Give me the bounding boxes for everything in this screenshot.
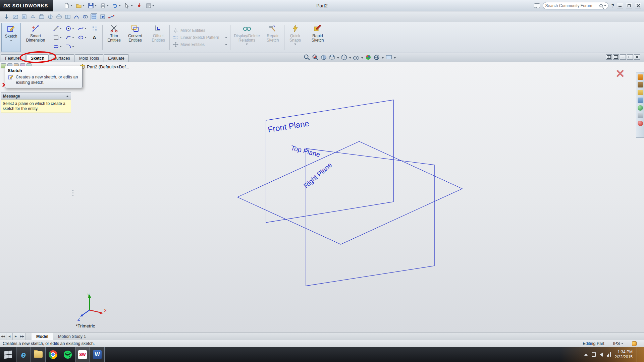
restore-button[interactable] (626, 3, 632, 8)
undo-button[interactable] (111, 2, 122, 9)
zoom-area-button[interactable] (312, 54, 319, 62)
rectangle-caret-icon[interactable] (60, 37, 62, 38)
tab-sketch[interactable]: Sketch (26, 54, 49, 62)
view-tool-2-icon[interactable] (21, 13, 28, 20)
feature-tree-root-label[interactable]: Part2 (Default<<Def... (87, 64, 129, 69)
view-settings-caret-icon[interactable] (394, 57, 396, 59)
zoom-fit-button[interactable] (304, 54, 310, 62)
view-tool-4-icon[interactable] (38, 13, 45, 20)
smart-dimension-button[interactable]: Smart Dimension (23, 23, 48, 52)
search-caret-icon[interactable] (604, 5, 606, 6)
view-tool-7-icon[interactable] (64, 13, 71, 20)
move-entities-button[interactable]: Move Entities (173, 42, 227, 48)
convert-entities-button[interactable]: Convert Entities (124, 23, 146, 52)
tray-network-icon[interactable] (607, 352, 611, 357)
top-plane-label[interactable]: Top Plane (290, 144, 321, 159)
sketch-flyout-caret-icon[interactable] (10, 40, 12, 41)
view-tool-6-icon[interactable] (56, 13, 62, 20)
view-tool-9-icon[interactable] (82, 13, 89, 20)
tab-mold-tools[interactable]: Mold Tools (75, 54, 104, 62)
doc-minimize-button[interactable] (620, 54, 626, 60)
pin-toolbar-icon[interactable] (3, 13, 10, 20)
view-tool-3-icon[interactable] (30, 13, 36, 20)
spline-caret-icon[interactable] (85, 28, 87, 29)
arc-tool[interactable] (63, 35, 76, 41)
apply-scene-button[interactable] (373, 54, 380, 62)
taskbar-spotify-button[interactable] (60, 347, 75, 362)
view-tool-8-icon[interactable] (73, 13, 80, 20)
community-search[interactable] (543, 2, 608, 9)
view-orientation-caret-icon[interactable] (337, 57, 339, 59)
view-tool-11-icon[interactable] (99, 13, 106, 20)
text-tool[interactable]: A (88, 35, 101, 40)
tab-features[interactable]: Features (1, 54, 26, 62)
save-button[interactable] (87, 2, 98, 9)
collapse-chevron-icon[interactable] (66, 96, 69, 97)
tray-device-icon[interactable] (592, 352, 596, 357)
fillet-tool[interactable] (63, 44, 76, 50)
taskbar-libraries-button[interactable] (31, 347, 46, 362)
quick-snaps-caret-icon[interactable] (294, 44, 296, 45)
message-panel-header[interactable]: Message (1, 93, 71, 100)
view-tool-10-icon[interactable] (91, 13, 97, 20)
split-horizontal-button[interactable] (606, 54, 612, 60)
help-button[interactable]: ? (611, 3, 614, 8)
file-explorer-icon[interactable] (638, 90, 643, 95)
measure-button[interactable] (135, 2, 143, 9)
apply-scene-caret-icon[interactable] (382, 57, 384, 59)
ellipse-tool[interactable] (76, 35, 88, 41)
next-tab-button[interactable]: ▶ (13, 333, 19, 340)
options-button[interactable] (145, 2, 155, 9)
tab-motion-study[interactable]: Motion Study 1 (53, 333, 91, 340)
slot-caret-icon[interactable] (60, 46, 62, 47)
section-view-button[interactable] (320, 54, 327, 62)
offset-entities-button[interactable]: Offset Entities (148, 23, 168, 52)
doc-restore-button[interactable] (627, 54, 633, 60)
feature-tree-root[interactable]: Part2 (Default<<Def... (80, 64, 129, 69)
mirror-entities-button[interactable]: Mirror Entities (173, 27, 227, 34)
rapid-sketch-button[interactable]: Rapid Sketch (307, 23, 328, 52)
tab-surfaces[interactable]: Surfaces (49, 54, 74, 62)
fillet-caret-icon[interactable] (72, 46, 74, 47)
edit-appearance-button[interactable] (365, 54, 372, 62)
tray-expand-icon[interactable] (584, 354, 588, 356)
hide-show-caret-icon[interactable] (361, 57, 363, 59)
community-search-input[interactable] (545, 3, 598, 8)
start-button[interactable] (0, 347, 16, 362)
view-palette-icon[interactable] (638, 98, 643, 103)
taskbar-chrome-button[interactable] (46, 347, 60, 362)
open-button[interactable] (75, 2, 86, 9)
graphics-area[interactable]: Front Plane Top Plane Right Plane Part2 … (0, 62, 644, 333)
forum-icon[interactable] (638, 121, 643, 126)
last-tab-button[interactable]: ▶▶ (19, 333, 25, 340)
display-delete-caret-icon[interactable] (246, 44, 248, 45)
view-tool-12-icon[interactable] (108, 13, 115, 20)
front-plane-label[interactable]: Front Plane (267, 119, 310, 134)
linear-sketch-pattern-button[interactable]: Linear Sketch Pattern (173, 35, 227, 41)
taskbar-ie-button[interactable]: e (16, 347, 31, 362)
sketch-picture-tool[interactable] (88, 25, 101, 32)
line-caret-icon[interactable] (60, 28, 62, 29)
taskbar-word-button[interactable]: W (90, 347, 105, 362)
community-bubble-icon[interactable] (534, 3, 540, 8)
tab-model[interactable]: Model (32, 333, 53, 340)
rectangle-tool[interactable] (51, 35, 63, 41)
minimize-button[interactable] (617, 3, 623, 8)
select-button[interactable] (123, 2, 134, 9)
taskbar-clock[interactable]: 1:34 PM 2/22/2015 (615, 350, 633, 360)
view-orientation-button[interactable] (329, 54, 335, 62)
repair-sketch-button[interactable]: Repair Sketch (262, 23, 283, 52)
linear-pattern-caret-icon[interactable] (225, 37, 227, 38)
abort-command-icon[interactable]: × (616, 67, 625, 79)
first-tab-button[interactable]: ◀◀ (0, 333, 6, 340)
display-style-caret-icon[interactable] (349, 57, 351, 59)
top-plane-outline[interactable] (237, 141, 462, 244)
arc-caret-icon[interactable] (72, 37, 74, 38)
split-vertical-button[interactable] (613, 54, 619, 60)
circle-caret-icon[interactable] (72, 28, 74, 29)
line-tool[interactable] (51, 25, 63, 32)
units-selector[interactable]: IPS (613, 341, 623, 346)
status-notification-icon[interactable] (632, 341, 637, 346)
move-entities-caret-icon[interactable] (225, 44, 227, 45)
resources-home-icon[interactable] (638, 74, 643, 80)
